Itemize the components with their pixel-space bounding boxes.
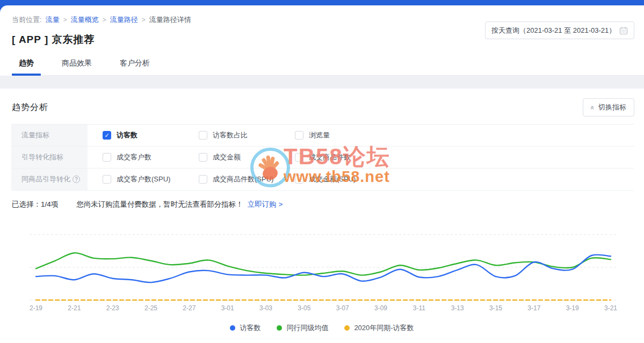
order-now-link[interactable]: 立即订购 > <box>248 200 283 209</box>
checkbox-pageviews[interactable] <box>295 131 303 140</box>
top-accent-bar: 当前位置: 流量>流量概览>流量路径>流量路径详情 按天查询（2021-03-2… <box>0 0 644 76</box>
x-axis-label: 3-19 <box>566 304 579 312</box>
metric-option-transaction-amount[interactable]: 成交金额 <box>199 152 295 162</box>
tab-customer-analysis[interactable]: 客户分析 <box>113 54 157 75</box>
x-axis-label: 3-11 <box>413 304 425 312</box>
legend-dot-industry-average <box>277 325 282 331</box>
breadcrumb-separator: > <box>103 16 106 24</box>
metric-option-items-sold-spu[interactable]: 成交商品件数(SPU) <box>199 174 295 184</box>
breadcrumb-link-2[interactable]: 流量路径 <box>110 15 138 25</box>
metric-option-paying-customers-spu[interactable]: 成交客户数(SPU) <box>103 174 199 184</box>
metric-selector-table: 流量指标✓访客数访客数占比浏览量引导转化指标成交客户数成交金额成交商品件数同商品… <box>11 124 634 191</box>
subscription-notice: 您尚未订购流量付费数据，暂时无法查看部分指标！ <box>76 200 243 209</box>
breadcrumb-separator: > <box>142 16 146 24</box>
metric-option-label: 成交金额(SPU) <box>309 174 356 184</box>
checkbox-items-sold[interactable] <box>295 153 303 162</box>
x-axis-label: 3-01 <box>221 304 234 312</box>
metric-option-pageviews[interactable]: 浏览量 <box>295 130 391 140</box>
x-axis-label: 3-15 <box>489 304 502 312</box>
x-axis-label: 3-05 <box>298 304 310 312</box>
checkbox-paying-customers-spu[interactable] <box>103 175 111 184</box>
tab-bar: 趋势商品效果客户分析 <box>12 54 644 76</box>
metric-row-label: 同商品引导转化? <box>11 169 88 190</box>
help-icon[interactable]: ? <box>73 176 80 183</box>
x-axis-label: 3-17 <box>527 304 540 312</box>
legend-item-2020-same-period-visitors[interactable]: 2020年同期-访客数 <box>344 323 414 333</box>
page-header: 当前位置: 流量>流量概览>流量路径>流量路径详情 按天查询（2021-03-2… <box>0 5 644 76</box>
legend-item-visitors[interactable]: 访客数 <box>230 323 261 333</box>
checkbox-paying-customers[interactable] <box>103 153 111 162</box>
breadcrumb-current: 流量路径详情 <box>149 15 191 25</box>
metric-options: 成交客户数(SPU)成交商品件数(SPU)成交金额(SPU) <box>88 169 391 190</box>
x-axis-label: 2-27 <box>183 304 196 312</box>
selection-summary: 已选择：1/4项 您尚未订购流量付费数据，暂时无法查看部分指标！ 立即订购 > <box>0 191 644 209</box>
checkbox-visitor-share[interactable] <box>199 131 207 140</box>
breadcrumb-link-0[interactable]: 流量 <box>46 15 60 25</box>
series-line-industry-average <box>36 253 611 275</box>
checkbox-transaction-amount-spu[interactable] <box>295 175 303 184</box>
checkbox-transaction-amount[interactable] <box>199 153 207 162</box>
metric-row-1: 引导转化指标成交客户数成交金额成交商品件数 <box>11 147 634 169</box>
legend-label: 同行同级均值 <box>286 323 328 333</box>
legend-dot-2020-same-period-visitors <box>344 325 350 331</box>
switch-metrics-button[interactable]: « 切换指标 <box>583 98 634 116</box>
x-axis-label: 3-03 <box>259 304 272 312</box>
checkbox-visitors[interactable]: ✓ <box>103 131 111 140</box>
breadcrumb-separator: > <box>63 16 67 24</box>
metric-option-label: 浏览量 <box>309 130 330 140</box>
x-axis-label: 2-19 <box>30 304 42 312</box>
metric-row-label-text: 引导转化指标 <box>21 152 63 162</box>
trend-analysis-panel: 趋势分析 « 切换指标 流量指标✓访客数访客数占比浏览量引导转化指标成交客户数成… <box>0 89 644 333</box>
calendar-icon <box>619 26 628 35</box>
metric-option-transaction-amount-spu[interactable]: 成交金额(SPU) <box>295 174 391 184</box>
checkbox-items-sold-spu[interactable] <box>199 175 207 184</box>
legend-dot-visitors <box>230 325 235 331</box>
section-title: 趋势分析 <box>12 102 48 113</box>
x-axis-label: 2-23 <box>106 304 119 312</box>
metric-option-label: 成交金额 <box>213 152 241 162</box>
double-chevron-up-icon: « <box>589 105 596 109</box>
x-axis-label: 3-21 <box>604 304 617 312</box>
trend-chart: 2-192-212-232-252-273-013-033-053-073-09… <box>0 223 644 316</box>
section-divider <box>0 76 644 89</box>
legend-item-industry-average[interactable]: 同行同级均值 <box>277 323 328 333</box>
metric-option-items-sold[interactable]: 成交商品件数 <box>295 152 391 162</box>
chart-legend: 访客数同行同级均值2020年同期-访客数 <box>0 323 644 333</box>
metric-option-label: 成交商品件数 <box>309 152 351 162</box>
tab-product-effect[interactable]: 商品效果 <box>55 54 99 75</box>
metric-option-label: 访客数 <box>117 130 138 140</box>
legend-label: 访客数 <box>240 323 261 333</box>
metric-option-label: 成交商品件数(SPU) <box>213 174 273 184</box>
date-range-label: 按天查询（2021-03-21 至 2021-03-21） <box>491 26 616 35</box>
breadcrumb-prefix: 当前位置: <box>12 15 42 25</box>
x-axis-label: 2-25 <box>144 304 157 312</box>
metric-row-label-text: 流量指标 <box>21 130 49 140</box>
switch-metrics-label: 切换指标 <box>598 103 626 112</box>
metric-options: 成交客户数成交金额成交商品件数 <box>88 147 391 168</box>
legend-label: 2020年同期-访客数 <box>354 323 414 333</box>
x-axis-label: 3-13 <box>451 304 464 312</box>
metric-options: ✓访客数访客数占比浏览量 <box>88 125 391 146</box>
breadcrumb-link-1[interactable]: 流量概览 <box>71 15 99 25</box>
trend-chart-area: 2-192-212-232-252-273-013-033-053-073-09… <box>0 223 644 333</box>
metric-option-label: 成交客户数 <box>117 152 151 162</box>
metric-row-0: 流量指标✓访客数访客数占比浏览量 <box>11 125 634 147</box>
date-range-picker[interactable]: 按天查询（2021-03-21 至 2021-03-21） <box>485 21 634 39</box>
metric-row-label: 引导转化指标 <box>11 147 88 168</box>
metric-option-visitors[interactable]: ✓访客数 <box>103 130 199 140</box>
metric-row-2: 同商品引导转化?成交客户数(SPU)成交商品件数(SPU)成交金额(SPU) <box>11 169 634 191</box>
tab-trend[interactable]: 趋势 <box>12 54 41 75</box>
x-axis-label: 3-07 <box>336 304 349 312</box>
series-line-visitors <box>36 254 611 282</box>
metric-option-paying-customers[interactable]: 成交客户数 <box>103 152 199 162</box>
x-axis-label: 3-09 <box>374 304 387 312</box>
metric-option-visitor-share[interactable]: 访客数占比 <box>199 130 295 140</box>
metric-option-label: 访客数占比 <box>213 130 248 140</box>
x-axis-label: 2-21 <box>68 304 81 312</box>
selected-count: 已选择：1/4项 <box>12 200 58 209</box>
metric-row-label-text: 同商品引导转化 <box>21 174 70 184</box>
metric-row-label: 流量指标 <box>11 125 88 146</box>
metric-option-label: 成交客户数(SPU) <box>117 174 170 184</box>
